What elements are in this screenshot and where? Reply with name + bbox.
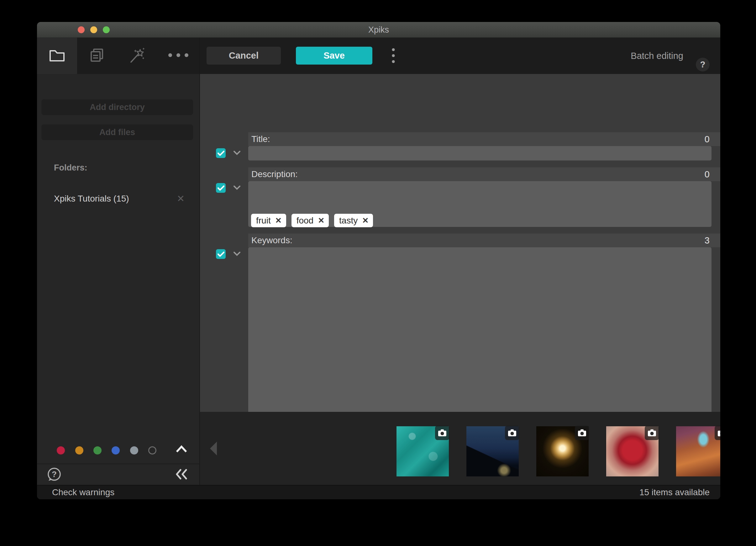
- cancel-button[interactable]: Cancel: [207, 47, 281, 65]
- status-bar: Check warnings 15 items available: [37, 485, 720, 499]
- remove-keyword-icon[interactable]: ✕: [318, 216, 324, 225]
- scroll-left-icon[interactable]: [210, 442, 217, 455]
- save-button[interactable]: Save: [296, 47, 372, 65]
- color-marker-dot[interactable]: [93, 446, 102, 454]
- tab-keywording-wizard[interactable]: [117, 38, 157, 74]
- camera-icon: [435, 426, 449, 440]
- sidebar: Add directory Add files Folders: Xpiks T…: [37, 38, 199, 485]
- remove-folder-icon[interactable]: ✕: [177, 192, 185, 206]
- tab-more[interactable]: [157, 38, 199, 74]
- keyword-tag[interactable]: fruit✕: [251, 214, 286, 227]
- add-directory-button[interactable]: Add directory: [41, 99, 193, 115]
- title-chevron-down-icon[interactable]: [233, 150, 241, 156]
- kebab-menu-icon[interactable]: [390, 48, 397, 63]
- keyword-tag[interactable]: tasty✕: [334, 214, 373, 227]
- filmstrip: [200, 412, 720, 485]
- title-field-header: Title: 0: [248, 132, 720, 146]
- description-enabled-checkbox[interactable]: [216, 183, 226, 193]
- copy-pages-icon: [89, 47, 105, 64]
- keyword-tag-text: food: [297, 216, 314, 226]
- camera-icon: [715, 426, 720, 440]
- tab-files[interactable]: [77, 38, 117, 74]
- title-char-count: 0: [705, 134, 720, 144]
- folders-heading: Folders:: [54, 163, 87, 173]
- keywords-label: Keywords:: [248, 235, 292, 245]
- folder-list-item[interactable]: Xpiks Tutorials (15) ✕: [37, 192, 199, 206]
- help-bubble-icon[interactable]: ?: [46, 467, 62, 484]
- window-title: Xpiks: [37, 22, 720, 38]
- svg-text:?: ?: [52, 470, 57, 479]
- filmstrip-viewport: [225, 412, 720, 485]
- add-files-button[interactable]: Add files: [41, 124, 193, 140]
- color-marker-dot[interactable]: [130, 446, 138, 454]
- camera-icon: [575, 426, 589, 440]
- title-label: Title:: [248, 134, 270, 144]
- title-enabled-checkbox[interactable]: [216, 148, 226, 158]
- folder-name: Xpiks Tutorials (15): [54, 192, 129, 206]
- keyword-tag[interactable]: food✕: [291, 214, 329, 227]
- keywords-count: 3: [705, 235, 720, 246]
- keywords-enabled-checkbox[interactable]: [216, 249, 226, 259]
- camera-icon: [505, 426, 519, 440]
- keyword-tag-text: fruit: [256, 216, 271, 226]
- title-input[interactable]: [248, 146, 711, 160]
- main-area: Cancel Save Batch editing ? Title: 0: [199, 38, 720, 499]
- keyword-tag-text: tasty: [339, 216, 358, 226]
- color-marker-dot[interactable]: [57, 446, 65, 454]
- color-marker-row: [37, 437, 199, 464]
- description-field-header: Description: 0: [248, 167, 720, 181]
- strawberries-in-hands-photo[interactable]: [606, 426, 659, 476]
- items-available-label: 15 items available: [639, 486, 710, 499]
- color-marker-dot[interactable]: [148, 446, 156, 454]
- gold-light-spiral-photo[interactable]: [536, 426, 589, 476]
- orange-canyon-photo[interactable]: [676, 426, 720, 476]
- keyword-tag-list: fruit✕food✕tasty✕: [251, 214, 373, 227]
- color-marker-dot[interactable]: [112, 446, 120, 454]
- collapse-sidebar-icon[interactable]: [175, 468, 188, 482]
- magic-wand-icon: [129, 46, 146, 65]
- keywords-field-header: Keywords: 3: [248, 234, 720, 247]
- folder-icon: [49, 48, 65, 63]
- description-chevron-down-icon[interactable]: [233, 185, 241, 191]
- ellipsis-icon: [168, 53, 189, 59]
- sidebar-tab-bar: [37, 38, 199, 74]
- description-char-count: 0: [705, 169, 720, 180]
- check-warnings-button[interactable]: Check warnings: [52, 486, 114, 499]
- help-button[interactable]: ?: [696, 58, 710, 71]
- batch-edit-form: Title: 0 Description: 0: [200, 74, 720, 412]
- camera-icon: [645, 426, 659, 440]
- keywords-chevron-down-icon[interactable]: [233, 251, 241, 257]
- edit-toolbar: Cancel Save Batch editing ?: [200, 38, 720, 74]
- remove-keyword-icon[interactable]: ✕: [275, 216, 282, 225]
- titlebar: Xpiks: [37, 22, 720, 38]
- night-sky-forest-photo[interactable]: [466, 426, 519, 476]
- description-label: Description:: [248, 169, 298, 179]
- chevron-up-icon[interactable]: [176, 445, 187, 454]
- app-window: Xpiks: [37, 22, 720, 499]
- batch-editing-label: Batch editing: [631, 38, 683, 74]
- sidebar-footer: ?: [37, 464, 199, 485]
- teal-ocean-water-photo[interactable]: [396, 426, 449, 476]
- tab-folders[interactable]: [37, 38, 77, 74]
- remove-keyword-icon[interactable]: ✕: [362, 216, 369, 225]
- color-marker-dot[interactable]: [75, 446, 83, 454]
